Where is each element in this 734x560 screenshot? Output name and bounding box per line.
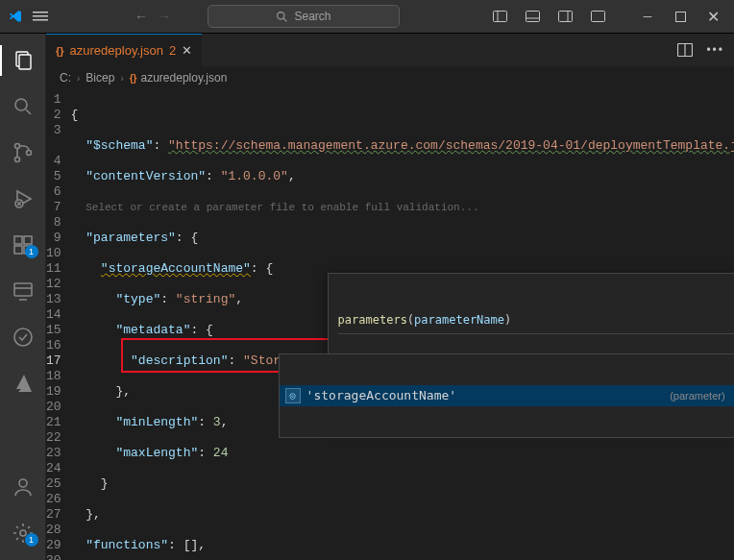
- svg-point-3: [278, 12, 284, 18]
- activity-bar: 1 1: [0, 34, 46, 560]
- svg-point-18: [14, 158, 19, 162]
- activity-search[interactable]: [0, 87, 46, 126]
- window-maximize-icon[interactable]: [667, 5, 694, 28]
- tab-problem-count: 2: [169, 43, 176, 58]
- json-file-icon: {}: [130, 73, 137, 84]
- title-bar: ← → Search ─ ✕: [0, 0, 734, 34]
- svg-rect-25: [14, 283, 32, 296]
- chevron-right-icon: ›: [77, 73, 80, 84]
- svg-rect-11: [591, 12, 604, 22]
- search-command-center[interactable]: Search: [208, 5, 400, 28]
- manage-badge: 1: [25, 533, 38, 547]
- activity-manage[interactable]: 1: [0, 514, 46, 552]
- svg-rect-5: [493, 12, 506, 22]
- autocomplete-label: 'storageAccountName': [306, 388, 457, 403]
- nav-arrows: ← →: [135, 9, 171, 24]
- svg-rect-22: [14, 246, 22, 254]
- main-layout: 1 1 {} azuredeploy.json 2: [0, 34, 734, 560]
- breadcrumb-folder: Bicep: [86, 71, 114, 85]
- vscode-icon: [8, 9, 23, 24]
- json-file-icon: {}: [56, 45, 64, 57]
- code-content[interactable]: { "$schema": "https://schema.management.…: [71, 88, 734, 560]
- validation-hint[interactable]: Select or create a parameter file to ena…: [86, 202, 478, 213]
- window-close-icon[interactable]: ✕: [699, 5, 726, 28]
- autocomplete-item[interactable]: ◎ 'storageAccountName' (parameter): [280, 385, 734, 406]
- activity-source-control[interactable]: [0, 134, 46, 172]
- breadcrumb-file: azuredeploy.json: [141, 71, 228, 85]
- tab-close-icon[interactable]: ✕: [182, 43, 192, 58]
- code-editor[interactable]: 123 4567 891011 12131415 16171819 202122…: [46, 88, 734, 560]
- activity-azure[interactable]: [0, 364, 46, 402]
- svg-rect-2: [33, 19, 48, 21]
- tab-bar: {} azuredeploy.json 2 ✕ •••: [46, 34, 734, 67]
- window-minimize-icon[interactable]: ─: [634, 5, 661, 28]
- tab-azuredeploy[interactable]: {} azuredeploy.json 2 ✕: [46, 34, 202, 66]
- svg-rect-9: [558, 12, 572, 22]
- svg-point-29: [19, 479, 27, 487]
- activity-run-debug[interactable]: [0, 180, 46, 218]
- activity-testing[interactable]: [0, 318, 46, 356]
- svg-point-15: [15, 99, 27, 110]
- svg-rect-1: [33, 15, 48, 17]
- activity-explorer[interactable]: [0, 41, 46, 80]
- layout-left-icon[interactable]: [486, 5, 513, 28]
- activity-account[interactable]: [0, 468, 46, 506]
- svg-line-16: [26, 110, 31, 114]
- layout-full-icon[interactable]: [584, 5, 611, 28]
- svg-rect-14: [19, 55, 31, 69]
- hamburger-icon[interactable]: [33, 9, 48, 24]
- split-editor-icon[interactable]: [677, 43, 693, 57]
- parameter-kind-icon: ◎: [285, 388, 301, 403]
- autocomplete-detail: (parameter): [670, 388, 728, 403]
- svg-point-17: [14, 144, 19, 149]
- svg-rect-24: [24, 236, 32, 244]
- search-placeholder: Search: [294, 10, 330, 23]
- extensions-badge: 1: [25, 245, 38, 258]
- layout-bottom-icon[interactable]: [519, 5, 546, 28]
- nav-forward-icon[interactable]: →: [158, 9, 171, 24]
- svg-line-4: [284, 18, 287, 21]
- svg-rect-0: [33, 12, 48, 13]
- svg-rect-7: [526, 12, 539, 22]
- svg-point-30: [20, 530, 26, 536]
- activity-extensions[interactable]: 1: [0, 226, 46, 264]
- chevron-right-icon: ›: [120, 73, 123, 84]
- svg-point-28: [14, 329, 32, 346]
- nav-back-icon[interactable]: ←: [135, 9, 148, 24]
- autocomplete-popup[interactable]: ◎ 'storageAccountName' (parameter): [279, 353, 734, 438]
- editor-area: {} azuredeploy.json 2 ✕ ••• C: › Bicep ›…: [46, 34, 734, 560]
- breadcrumbs[interactable]: C: › Bicep › {} azuredeploy.json: [46, 67, 734, 88]
- svg-rect-12: [675, 12, 685, 21]
- tab-label: azuredeploy.json: [70, 43, 163, 58]
- svg-rect-21: [14, 236, 22, 244]
- line-number-gutter: 123 4567 891011 12131415 16171819 202122…: [46, 88, 71, 560]
- activity-remote[interactable]: [0, 272, 46, 310]
- breadcrumb-c: C:: [60, 71, 71, 85]
- layout-right-icon[interactable]: [551, 5, 578, 28]
- svg-point-19: [26, 151, 31, 156]
- more-actions-icon[interactable]: •••: [706, 43, 724, 57]
